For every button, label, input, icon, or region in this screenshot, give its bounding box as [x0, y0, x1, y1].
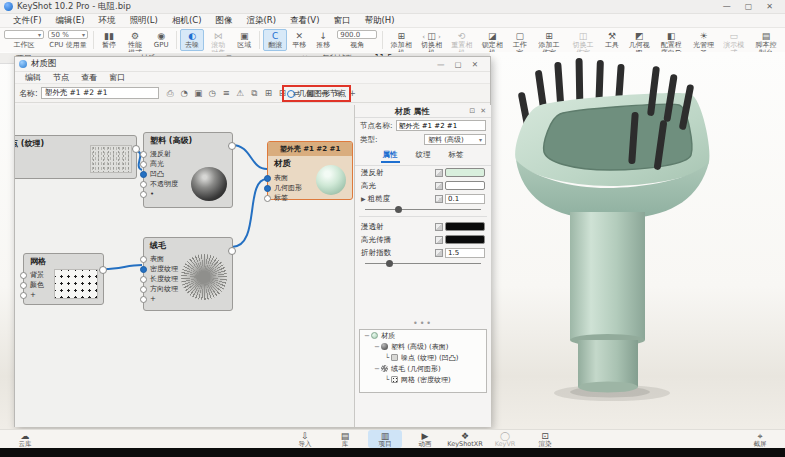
- maximize-button[interactable]: ▢: [455, 60, 462, 69]
- undock-icon[interactable]: ⊡: [469, 107, 475, 115]
- history-icon[interactable]: ◷: [206, 87, 219, 100]
- menu-item[interactable]: 编辑: [19, 72, 47, 83]
- node-input-port[interactable]: 标签: [268, 193, 352, 203]
- tree-row[interactable]: − 塑料 (高级) (表面): [360, 341, 486, 352]
- lock-camera-button[interactable]: ◪锁定相机: [477, 29, 507, 51]
- node-input-port[interactable]: 漫反射: [144, 149, 232, 159]
- library-button[interactable]: ▤ 库: [328, 430, 362, 448]
- node-list-icon[interactable]: ≡: [220, 87, 233, 100]
- import-button[interactable]: ⇩ 导入: [288, 430, 322, 448]
- grid-texture-node[interactable]: 网格 背景颜色+: [23, 253, 104, 305]
- tree-expander-icon[interactable]: └: [383, 354, 391, 362]
- geometry-node-button[interactable]: 几何图形节点: [287, 88, 346, 99]
- performance-mode-button[interactable]: ⚙性能模式: [121, 29, 149, 51]
- denoise-button[interactable]: ◐去噪: [180, 29, 204, 51]
- menu-item[interactable]: 编辑(E): [49, 15, 92, 27]
- node-output-port[interactable]: [132, 145, 140, 153]
- fuzz-geometry-node[interactable]: 绒毛 表面密度纹理长度纹理方向纹理+: [143, 237, 233, 311]
- texture-map-icon[interactable]: [435, 249, 443, 257]
- expander-icon[interactable]: ▶: [361, 195, 366, 202]
- menu-item[interactable]: 节点: [47, 72, 75, 83]
- diffuse-transmission-swatch[interactable]: [445, 222, 485, 231]
- warning-icon[interactable]: ⚠: [234, 87, 247, 100]
- menu-item[interactable]: 环境: [92, 15, 123, 27]
- script-console-button[interactable]: ▤脚本控制台: [749, 29, 783, 51]
- tree-expander-icon[interactable]: └: [383, 376, 391, 384]
- region-button[interactable]: ▣区域: [232, 29, 256, 51]
- tree-row[interactable]: − 绒毛 (几何图形): [360, 363, 486, 374]
- animation-button[interactable]: ▶ 动画: [408, 430, 442, 448]
- menu-item[interactable]: 文件(F): [6, 15, 49, 27]
- switch-camera-button[interactable]: ◫切换相机: [416, 29, 446, 51]
- workspace-select[interactable]: ▾: [4, 30, 44, 39]
- menu-item[interactable]: 查看: [75, 72, 103, 83]
- refractive-index-slider[interactable]: [365, 259, 481, 267]
- zoom-in-icon[interactable]: ⊞: [262, 87, 275, 100]
- close-icon[interactable]: ✕: [480, 107, 486, 115]
- tree-row[interactable]: └ 噪点 (纹理) (凹凸): [360, 352, 486, 363]
- reset-camera-button[interactable]: ⟲重置相机: [447, 29, 477, 51]
- add-camera-button[interactable]: ⊞添加相机: [386, 29, 416, 51]
- light-manager-button[interactable]: ☀光管理器: [688, 29, 718, 51]
- project-button[interactable]: ▥ 项目: [368, 430, 402, 448]
- texture-map-icon[interactable]: [435, 169, 443, 177]
- texture-map-icon[interactable]: [435, 223, 443, 231]
- tumble-button[interactable]: C翻滚: [263, 29, 287, 51]
- keyvr-button[interactable]: ◯ KeyVR: [488, 430, 522, 448]
- menu-item[interactable]: 窗口: [103, 72, 131, 83]
- tools-button[interactable]: ⚒工具: [600, 29, 624, 51]
- fov-input[interactable]: 900.0: [337, 30, 377, 39]
- render-preview-icon[interactable]: ◔: [178, 87, 191, 100]
- specular-color-swatch[interactable]: [445, 181, 485, 190]
- node-output-port[interactable]: [99, 266, 107, 274]
- node-name-input[interactable]: [396, 120, 486, 131]
- material-type-select[interactable]: 塑料 (高级)▾: [424, 134, 486, 145]
- node-input-port[interactable]: 高光: [144, 159, 232, 169]
- noise-texture-node[interactable]: 噪点 (纹理) •: [15, 135, 137, 179]
- panel-splitter[interactable]: •••: [355, 321, 491, 327]
- studio-button[interactable]: ▢工作室: [507, 29, 532, 51]
- render-button[interactable]: ⊡ 渲染: [528, 430, 562, 448]
- node-input-port[interactable]: +: [144, 294, 232, 304]
- screenshot-button[interactable]: ⌖ 截屏: [743, 430, 777, 448]
- maximize-button[interactable]: ▢: [745, 2, 753, 11]
- node-output-port[interactable]: [228, 247, 236, 255]
- tree-row[interactable]: − 材质: [360, 330, 486, 341]
- node-output-port[interactable]: [228, 142, 236, 150]
- menu-item[interactable]: 图像: [209, 15, 240, 27]
- save-icon[interactable]: ⎙: [164, 87, 177, 100]
- material-root-node[interactable]: 塑外壳 #1 #2 #1 材质 表面几何图形标签: [267, 141, 353, 200]
- cloud-library-button[interactable]: ☁ 云库: [8, 430, 42, 448]
- refractive-index-value[interactable]: 1.5: [445, 248, 485, 258]
- add-studio-button[interactable]: ⊞添加工作室: [532, 29, 566, 51]
- minimize-button[interactable]: —: [723, 2, 731, 11]
- configurator-wizard-button[interactable]: ◧配置程序向导: [654, 29, 688, 51]
- pan-button[interactable]: ✕平移: [287, 29, 311, 51]
- plastic-advanced-node[interactable]: 塑料 (高级) 漫反射高光凹凸不透明度•: [143, 132, 233, 208]
- material-name-input[interactable]: [41, 87, 159, 99]
- duplicate-icon[interactable]: ⧉: [248, 87, 261, 100]
- texture-map-icon[interactable]: [435, 236, 443, 244]
- node-canvas[interactable]: 噪点 (纹理) • 塑料 (高级) 漫反射高光凹凸不透明度• 塑外壳 #1 #2…: [15, 105, 355, 427]
- properties-tab[interactable]: 属性: [381, 149, 400, 163]
- material-preview-icon[interactable]: ▣: [192, 87, 205, 100]
- minimize-button[interactable]: —: [437, 60, 445, 69]
- properties-tab[interactable]: 标签: [447, 149, 466, 163]
- menu-item[interactable]: 照明(L): [123, 15, 165, 27]
- switch-studio-button[interactable]: ◫切换工作室: [566, 29, 600, 51]
- dolly-button[interactable]: ↓推移: [311, 29, 335, 51]
- gpu-button[interactable]: ◉GPU: [149, 29, 173, 51]
- properties-tab[interactable]: 纹理: [414, 149, 433, 163]
- diffuse-color-swatch[interactable]: [445, 168, 485, 177]
- close-button[interactable]: ✕: [472, 60, 478, 69]
- menu-item[interactable]: 窗口: [327, 15, 358, 27]
- geometry-view-button[interactable]: ◩几何视图: [624, 29, 654, 51]
- close-button[interactable]: ✕: [766, 2, 773, 11]
- cpu-usage-select[interactable]: 50 %▾: [48, 30, 88, 39]
- menu-item[interactable]: 渲染(R): [240, 15, 284, 27]
- menu-item[interactable]: 查看(V): [283, 15, 326, 27]
- keyshotxr-button[interactable]: ❖ KeyShotXR: [448, 430, 482, 448]
- presentation-mode-button[interactable]: ▭演示模式: [719, 29, 749, 51]
- tree-expander-icon[interactable]: −: [363, 332, 371, 340]
- pause-button[interactable]: ▮▮暂停: [97, 29, 121, 51]
